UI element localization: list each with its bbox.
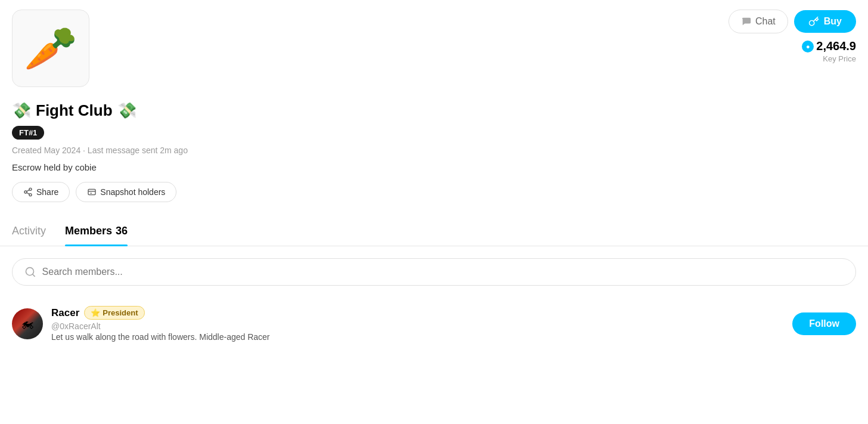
member-name: Racer <box>51 307 79 319</box>
search-icon <box>24 266 36 278</box>
president-badge: ⭐ President <box>84 306 144 320</box>
key-price-label: Key Price <box>802 54 856 63</box>
avatar-image: 🏍 <box>12 308 43 339</box>
search-area <box>0 246 868 292</box>
club-meta: Created May 2024 · Last message sent 2m … <box>12 146 856 155</box>
tabs-area: Activity Members36 <box>0 216 868 246</box>
member-bio: Let us walk along the road with flowers.… <box>51 332 784 342</box>
tabs: Activity Members36 <box>12 216 856 246</box>
members-list: 🏍 Racer ⭐ President @0xRacerAlt Let us w… <box>0 292 868 356</box>
title-emoji-left: 💸 <box>12 101 31 120</box>
action-buttons: Share Snapshot holders <box>12 182 856 202</box>
snapshot-button[interactable]: Snapshot holders <box>76 182 176 202</box>
header: 🥕 Chat Buy ● 2,464.9 Key Price <box>0 0 868 97</box>
member-handle: @0xRacerAlt <box>51 321 784 331</box>
club-avatar: 🥕 <box>12 10 89 87</box>
member-name-row: Racer ⭐ President <box>51 306 784 320</box>
snapshot-icon <box>87 187 97 197</box>
buy-button[interactable]: Buy <box>794 10 856 33</box>
header-actions: Chat Buy ● 2,464.9 Key Price <box>728 10 856 63</box>
svg-line-4 <box>27 190 30 191</box>
tag-badge: FT#1 <box>12 126 44 140</box>
svg-point-1 <box>24 191 27 193</box>
star-icon: ⭐ <box>91 308 100 317</box>
club-title-row: 💸 Fight Club 💸 <box>12 101 856 120</box>
follow-button[interactable]: Follow <box>792 312 856 335</box>
price-icon: ● <box>802 41 814 52</box>
share-button[interactable]: Share <box>12 182 70 202</box>
search-input[interactable] <box>42 267 844 277</box>
key-price-value: ● 2,464.9 <box>802 39 856 53</box>
svg-point-2 <box>29 194 32 196</box>
chat-bubble-icon <box>741 16 752 27</box>
title-emoji-right: 💸 <box>117 101 137 120</box>
avatar: 🏍 <box>12 308 43 339</box>
svg-point-0 <box>29 188 32 190</box>
share-icon <box>23 187 33 197</box>
chat-button[interactable]: Chat <box>728 10 788 33</box>
search-box <box>12 258 856 286</box>
members-count: 36 <box>116 225 128 237</box>
tab-activity[interactable]: Activity <box>12 216 46 246</box>
member-info: Racer ⭐ President @0xRacerAlt Let us wal… <box>51 306 784 342</box>
key-icon <box>808 16 819 27</box>
svg-line-3 <box>27 193 30 194</box>
escrow-text: Escrow held by cobie <box>12 162 856 172</box>
table-row: 🏍 Racer ⭐ President @0xRacerAlt Let us w… <box>12 298 856 350</box>
club-title: Fight Club <box>36 101 113 120</box>
key-price-area: ● 2,464.9 Key Price <box>802 39 856 63</box>
club-info: 💸 Fight Club 💸 FT#1 Created May 2024 · L… <box>0 97 868 212</box>
header-buttons: Chat Buy <box>728 10 856 33</box>
tab-members[interactable]: Members36 <box>65 216 128 246</box>
svg-rect-5 <box>88 189 95 194</box>
